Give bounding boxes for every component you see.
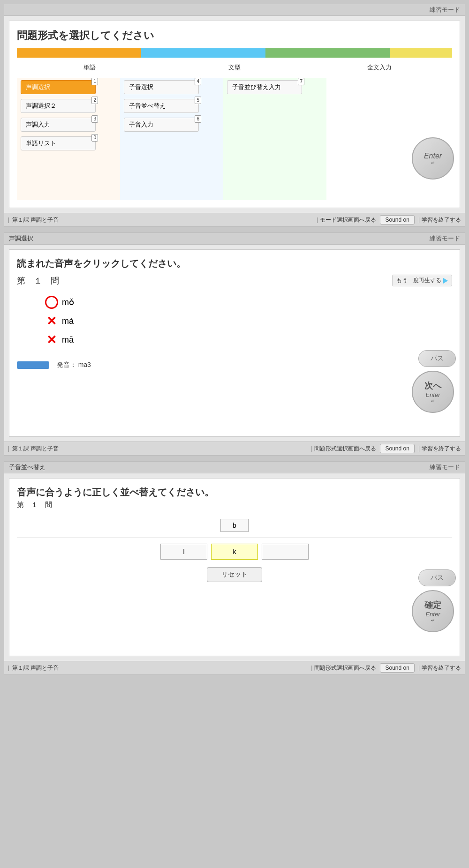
- enter-button[interactable]: Enter ↵: [412, 137, 454, 180]
- replay-btn-label: もう一度再生する: [396, 277, 441, 284]
- panel3-end-link[interactable]: 学習を終了する: [418, 664, 461, 672]
- confirm-button[interactable]: 確定 Enter ↵: [412, 590, 454, 632]
- bar-yellow: [390, 48, 452, 58]
- drop-box-1[interactable]: k: [211, 544, 258, 560]
- bar-tango: [17, 48, 141, 58]
- panel2-footer: 第１課 声調と子音 問題形式選択画面へ戻る Sound on 学習を終了する: [4, 441, 465, 455]
- drag-tile[interactable]: b: [220, 519, 249, 532]
- exercise-col-bun: 子音選択 4 子音並べ替え 5 子音入力 6: [120, 78, 223, 200]
- exercise-col-zen: 子音並び替え入力 7: [223, 78, 326, 200]
- pass-button[interactable]: パス: [418, 350, 456, 367]
- choice-item-0[interactable]: mǒ: [45, 296, 452, 309]
- panel3-body: 音声に合うように正しく並べ替えてください。 第 １ 問 b l k リセット パ…: [9, 478, 460, 656]
- exercise-btn-6[interactable]: 子音入力 6: [124, 118, 199, 132]
- exercise-btn-6-label: 子音入力: [129, 120, 153, 129]
- panel1-lesson: 第１課 声調と子音: [8, 216, 59, 224]
- choice-text-0: mǒ: [62, 297, 74, 307]
- drag-area: b: [17, 519, 452, 532]
- exercise-btn-0-label: 単語リスト: [26, 139, 56, 148]
- choice-cross-icon-1: ✕: [45, 314, 58, 328]
- exercise-btn-1-num: 1: [91, 78, 98, 85]
- exercise-btn-1-label: 声調選択: [26, 83, 50, 91]
- exercise-btn-2-num: 2: [91, 97, 98, 104]
- panel1-footer: 第１課 声調と子音 モード選択画面へ戻る Sound on 学習を終了する: [4, 213, 465, 226]
- panel3-mode: 練習モード: [430, 463, 460, 471]
- panel-exercise-select: 練習モード 問題形式を選択してください 単語 文型 全文入力 声調選択 1: [4, 4, 465, 227]
- type-labels: 単語 文型 全文入力: [17, 63, 452, 72]
- drop-row: l k: [17, 544, 452, 560]
- panel3-pass-label: パス: [431, 574, 444, 582]
- panel1-mode: 練習モード: [430, 6, 460, 14]
- panel2-lesson: 第１課 声調と子音: [8, 445, 59, 453]
- choice-text-2: mā: [62, 335, 74, 345]
- exercise-btn-1[interactable]: 声調選択 1: [21, 80, 96, 94]
- type-label-tango: 単語: [17, 63, 162, 72]
- choice-cross-icon-2: ✕: [45, 333, 58, 346]
- panel2-back-link[interactable]: 問題形式選択画面へ戻る: [311, 445, 376, 453]
- panel1-header: 練習モード: [4, 4, 465, 16]
- exercise-btn-4[interactable]: 子音選択 4: [124, 80, 199, 94]
- panel1-sound-btn[interactable]: Sound on: [380, 215, 414, 224]
- drop-divider: [17, 538, 452, 538]
- panel2-body: 読まれた音声をクリックしてください。 第 １ 問 もう一度再生する mǒ ✕ m…: [9, 249, 460, 437]
- panel2-question: 第 １ 問 もう一度再生する: [17, 275, 452, 286]
- exercise-col-tango: 声調選択 1 声調選択２ 2 声調入力 3 単語リスト 0: [17, 78, 120, 200]
- exercise-btn-5-label: 子音並べ替え: [129, 102, 166, 110]
- bar-zenbun: [265, 48, 390, 58]
- panel3-title: 音声に合うように正しく並べ替えてください。: [17, 486, 452, 499]
- seikai-badge: 正解: [17, 361, 49, 369]
- exercise-btn-7-label: 子音並び替え入力: [232, 83, 281, 91]
- bar-buntype: [141, 48, 265, 58]
- drop-box-1-text: k: [233, 548, 236, 555]
- panel2-end-link[interactable]: 学習を終了する: [418, 445, 461, 453]
- type-label-bun: 文型: [162, 63, 307, 72]
- exercise-btn-3-label: 声調入力: [26, 120, 50, 129]
- answer-box: 正解 発音： ma3: [17, 356, 452, 369]
- panel2-title: 読まれた音声をクリックしてください。: [17, 257, 452, 270]
- confirm-btn-enter: Enter: [425, 611, 440, 618]
- exercise-btn-7[interactable]: 子音並び替え入力 7: [227, 80, 302, 94]
- choice-item-1[interactable]: ✕ mà: [45, 314, 452, 328]
- panel3-sound-btn[interactable]: Sound on: [380, 663, 414, 673]
- panel3-pass-button[interactable]: パス: [418, 569, 456, 586]
- drop-box-0-text: l: [183, 548, 184, 555]
- exercise-btn-5[interactable]: 子音並べ替え 5: [124, 99, 199, 113]
- enter-btn-label: Enter: [424, 152, 442, 160]
- choice-item-2[interactable]: ✕ mā: [45, 333, 452, 346]
- next-btn-enter: Enter: [425, 391, 440, 398]
- panel3-question: 第 １ 問: [17, 501, 452, 509]
- panel-consonant-sort: 子音並べ替え 練習モード 音声に合うように正しく並べ替えてください。 第 １ 問…: [4, 461, 465, 675]
- panel1-end-link[interactable]: 学習を終了する: [418, 216, 461, 224]
- panel1-footer-right: モード選択画面へ戻る Sound on 学習を終了する: [317, 215, 461, 224]
- next-btn-arrow: ↵: [431, 398, 435, 404]
- exercise-btn-6-num: 6: [195, 115, 201, 123]
- enter-btn-symbol: ↵: [431, 160, 435, 165]
- panel3-footer: 第１課 声調と子音 問題形式選択画面へ戻る Sound on 学習を終了する: [4, 661, 465, 674]
- type-bar: [17, 48, 452, 58]
- panel2-sound-btn[interactable]: Sound on: [380, 444, 414, 453]
- panel3-lesson: 第１課 声調と子音: [8, 664, 59, 672]
- choice-text-1: mà: [62, 316, 74, 326]
- panel3-back-link[interactable]: 問題形式選択画面へ戻る: [311, 664, 376, 672]
- panel2-header-title: 声調選択: [9, 234, 33, 243]
- panel1-back-link[interactable]: モード選択画面へ戻る: [317, 216, 376, 224]
- drop-box-2[interactable]: [262, 544, 309, 560]
- confirm-btn-label: 確定: [424, 599, 441, 611]
- replay-icon: [443, 278, 448, 284]
- panel3-footer-right: 問題形式選択画面へ戻る Sound on 学習を終了する: [311, 663, 461, 673]
- panel1-body: 問題形式を選択してください 単語 文型 全文入力 声調選択 1 声調選択２: [9, 21, 460, 208]
- exercise-btn-0-num: 0: [91, 134, 98, 142]
- next-btn-label: 次へ: [424, 380, 441, 391]
- reset-button[interactable]: リセット: [207, 567, 262, 582]
- panel1-title: 問題形式を選択してください: [17, 29, 452, 43]
- panel-voice-select: 声調選択 練習モード 読まれた音声をクリックしてください。 第 １ 問 もう一度…: [4, 232, 465, 456]
- next-button[interactable]: 次へ Enter ↵: [412, 371, 454, 413]
- replay-button[interactable]: もう一度再生する: [392, 275, 452, 286]
- confirm-btn-arrow: ↵: [431, 618, 435, 623]
- exercise-btn-2[interactable]: 声調選択２ 2: [21, 99, 96, 113]
- exercise-btn-0[interactable]: 単語リスト 0: [21, 136, 96, 150]
- drop-box-0[interactable]: l: [160, 544, 207, 560]
- panel2-mode: 練習モード: [430, 234, 460, 243]
- exercise-btn-3[interactable]: 声調入力 3: [21, 118, 96, 132]
- hatsuon-label: 発音： ma3: [57, 361, 91, 369]
